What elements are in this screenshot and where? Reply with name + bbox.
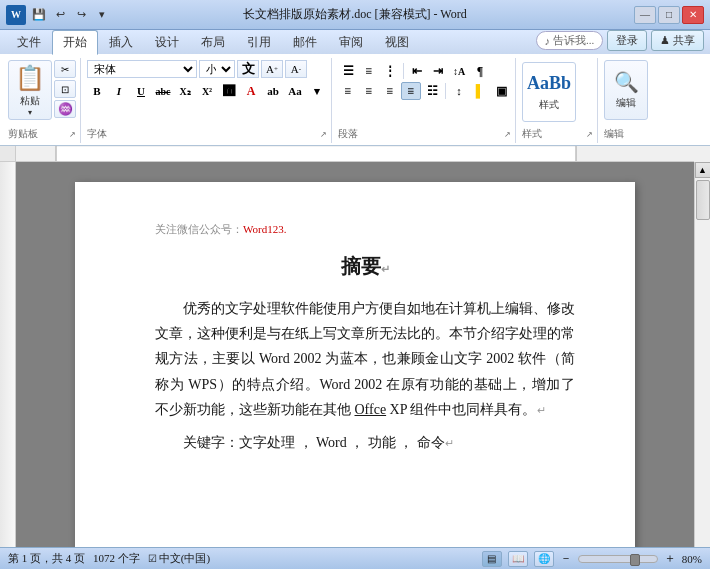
font-wen-button[interactable]: 文 bbox=[237, 60, 259, 78]
document-content[interactable]: 关注微信公众号：Word123. 摘要↵ 优秀的文字处理软件能使用户方便自如地在… bbox=[16, 162, 694, 547]
increase-indent-button[interactable]: ⇥ bbox=[428, 62, 448, 80]
offce-link: Offce bbox=[355, 402, 387, 417]
redo-button[interactable]: ↪ bbox=[72, 6, 90, 24]
font-group: 宋体 小二 文 A+ A- B I U abc X₂ X² 🅰 A ab Aa bbox=[83, 58, 332, 143]
shading-button[interactable]: ▌ bbox=[470, 82, 490, 100]
editing-group-top: 🔍 编辑 bbox=[604, 60, 648, 126]
font-more-button[interactable]: ▾ bbox=[307, 82, 327, 100]
font-name-row: 宋体 小二 文 A+ A- bbox=[87, 60, 307, 78]
paste-arrow: ▾ bbox=[28, 108, 32, 117]
print-layout-button[interactable]: ▤ bbox=[482, 551, 502, 567]
format-painter-button[interactable]: ♒ bbox=[54, 100, 76, 118]
styles-box[interactable]: AaBb 样式 bbox=[522, 62, 576, 122]
align-right-button[interactable]: ≡ bbox=[380, 82, 400, 100]
styles-group: AaBb 样式 样式 ↗ bbox=[518, 58, 598, 143]
paste-button[interactable]: 📋 粘贴 ▾ bbox=[8, 60, 52, 120]
save-button[interactable]: 💾 bbox=[30, 6, 48, 24]
tab-review[interactable]: 审阅 bbox=[328, 30, 374, 54]
paste-icon: 📋 bbox=[15, 64, 45, 92]
editing-group: 🔍 编辑 编辑 bbox=[600, 58, 652, 143]
numbered-list-button[interactable]: ≡ bbox=[359, 62, 379, 80]
more-button[interactable]: ▾ bbox=[93, 6, 111, 24]
document-keywords[interactable]: 关键字：文字处理 ， Word ， 功能 ， 命令↵ bbox=[155, 430, 575, 455]
undo-button[interactable]: ↩ bbox=[51, 6, 69, 24]
font-group-top: 宋体 小二 文 A+ A- B I U abc X₂ X² 🅰 A ab Aa bbox=[87, 60, 327, 126]
paragraph-group: ☰ ≡ ⋮ ⇤ ⇥ ↕A ¶ ≡ ≡ ≡ ≡ ☷ ↕ ▌ bbox=[334, 58, 516, 143]
underline-button[interactable]: U bbox=[131, 82, 151, 100]
font-aa-button[interactable]: Aa bbox=[285, 82, 305, 100]
font-expand-icon[interactable]: ↗ bbox=[320, 130, 327, 139]
clipboard-small-buttons: ✂ ⊡ ♒ bbox=[54, 60, 76, 118]
tell-me-icon: ♪ bbox=[545, 35, 551, 47]
word-icon: W bbox=[6, 5, 26, 25]
tab-file[interactable]: 文件 bbox=[6, 30, 52, 54]
zoom-slider-thumb[interactable] bbox=[630, 554, 640, 566]
login-button[interactable]: 登录 bbox=[607, 30, 647, 51]
cut-button[interactable]: ✂ bbox=[54, 60, 76, 78]
line-spacing-button[interactable]: ↕ bbox=[449, 82, 469, 100]
align-left-button[interactable]: ≡ bbox=[338, 82, 358, 100]
font-expand-aa[interactable]: A+ bbox=[261, 60, 283, 78]
paragraph-expand-icon[interactable]: ↗ bbox=[504, 130, 511, 139]
vertical-ruler bbox=[0, 162, 16, 547]
bold-button[interactable]: B bbox=[87, 82, 107, 100]
tab-home[interactable]: 开始 bbox=[52, 30, 98, 55]
tab-view[interactable]: 视图 bbox=[374, 30, 420, 54]
document-body[interactable]: 优秀的文字处理软件能使用户方便自如地在计算机上编辑、修改文章，这种便利是与在纸上… bbox=[155, 296, 575, 422]
ruler-corner bbox=[0, 146, 16, 162]
scroll-up-button[interactable]: ▲ bbox=[695, 162, 711, 178]
editing-button[interactable]: 🔍 编辑 bbox=[604, 60, 648, 120]
font-format-row: B I U abc X₂ X² 🅰 A ab Aa ▾ bbox=[87, 82, 327, 100]
clear-format-button[interactable]: 🅰 bbox=[219, 82, 239, 100]
sort-button[interactable]: ↕A bbox=[449, 62, 469, 80]
strikethrough-button[interactable]: abc bbox=[153, 82, 173, 100]
text-highlight-button[interactable]: ab bbox=[263, 82, 283, 100]
document-header: 关注微信公众号：Word123. bbox=[155, 222, 575, 237]
show-para-button[interactable]: ¶ bbox=[470, 62, 490, 80]
zoom-slider-track[interactable] bbox=[578, 555, 658, 563]
font-name-select[interactable]: 宋体 bbox=[87, 60, 197, 78]
subscript-button[interactable]: X₂ bbox=[175, 82, 195, 100]
tab-references[interactable]: 引用 bbox=[236, 30, 282, 54]
font-shrink-aa[interactable]: A- bbox=[285, 60, 307, 78]
tell-me-box[interactable]: ♪ 告诉我... bbox=[536, 31, 604, 50]
zoom-minus[interactable]: － bbox=[560, 550, 572, 567]
share-button[interactable]: ♟ 共享 bbox=[651, 30, 704, 51]
tab-insert[interactable]: 插入 bbox=[98, 30, 144, 54]
web-layout-button[interactable]: 🌐 bbox=[534, 551, 554, 567]
zoom-plus[interactable]: ＋ bbox=[664, 550, 676, 567]
copy-button[interactable]: ⊡ bbox=[54, 80, 76, 98]
document-title[interactable]: 摘要↵ bbox=[155, 253, 575, 280]
styles-expand-icon[interactable]: ↗ bbox=[586, 130, 593, 139]
italic-button[interactable]: I bbox=[109, 82, 129, 100]
superscript-button[interactable]: X² bbox=[197, 82, 217, 100]
minimize-button[interactable]: — bbox=[634, 6, 656, 24]
tab-mailings[interactable]: 邮件 bbox=[282, 30, 328, 54]
para-divider2 bbox=[445, 83, 446, 99]
vertical-scrollbar[interactable]: ▲ bbox=[694, 162, 710, 547]
title-para-mark: ↵ bbox=[381, 263, 390, 275]
styles-label-row: 样式 ↗ bbox=[522, 126, 593, 143]
column-button[interactable]: ☷ bbox=[422, 82, 442, 100]
decrease-indent-button[interactable]: ⇤ bbox=[407, 62, 427, 80]
multilevel-list-button[interactable]: ⋮ bbox=[380, 62, 400, 80]
document-page: 关注微信公众号：Word123. 摘要↵ 优秀的文字处理软件能使用户方便自如地在… bbox=[75, 182, 635, 547]
close-button[interactable]: ✕ bbox=[682, 6, 704, 24]
font-size-select[interactable]: 小二 bbox=[199, 60, 235, 78]
tab-design[interactable]: 设计 bbox=[144, 30, 190, 54]
clipboard-label: 剪贴板 ↗ bbox=[8, 126, 76, 143]
align-center-button[interactable]: ≡ bbox=[359, 82, 379, 100]
paragraph-row1: ☰ ≡ ⋮ ⇤ ⇥ ↕A ¶ bbox=[338, 62, 490, 80]
font-color-button[interactable]: A bbox=[241, 82, 261, 100]
clipboard-expand-icon[interactable]: ↗ bbox=[69, 130, 76, 139]
bullet-list-button[interactable]: ☰ bbox=[338, 62, 358, 80]
tab-layout[interactable]: 布局 bbox=[190, 30, 236, 54]
read-layout-button[interactable]: 📖 bbox=[508, 551, 528, 567]
restore-button[interactable]: □ bbox=[658, 6, 680, 24]
scroll-thumb[interactable] bbox=[696, 180, 710, 220]
justify-button[interactable]: ≡ bbox=[401, 82, 421, 100]
border-button[interactable]: ▣ bbox=[491, 82, 511, 100]
para-divider1 bbox=[403, 63, 404, 79]
page-info: 第 1 页，共 4 页 bbox=[8, 551, 85, 566]
lang-icon: ☑ bbox=[148, 553, 157, 564]
